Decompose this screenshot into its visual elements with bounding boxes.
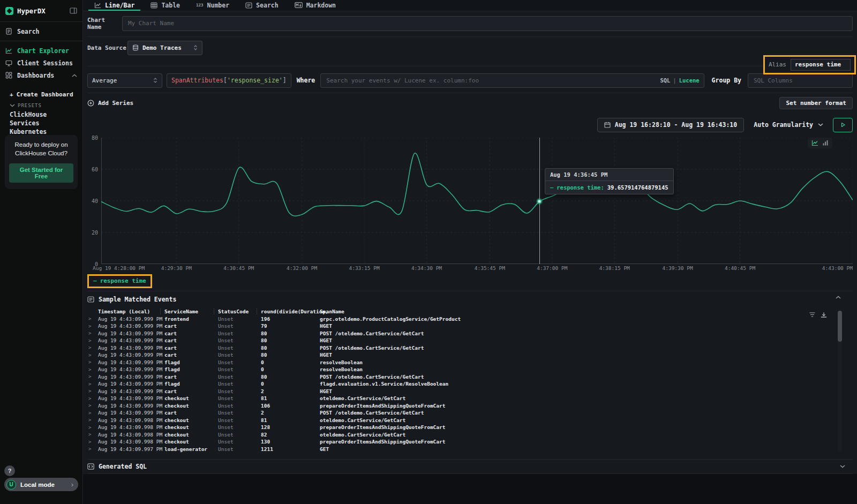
row-expand-chevron[interactable]: > (87, 367, 98, 372)
row-expand-chevron[interactable]: > (87, 388, 98, 394)
event-row[interactable]: >Aug 19 4:43:09.999 PMcartUnset2POST /ot… (87, 409, 853, 417)
event-status-code: Unset (218, 417, 261, 423)
row-expand-chevron[interactable]: > (87, 330, 98, 336)
tab-table[interactable]: Table (142, 0, 188, 11)
divider (87, 459, 853, 460)
event-row[interactable]: >Aug 19 4:43:09.998 PMcheckoutUnset128pr… (87, 424, 853, 431)
row-expand-chevron[interactable]: > (87, 403, 98, 408)
event-service-name: cart (164, 374, 218, 380)
divider (87, 36, 853, 37)
event-row[interactable]: >Aug 19 4:43:09.998 PMcheckoutUnset130pr… (87, 438, 853, 446)
row-expand-chevron[interactable]: > (87, 374, 98, 379)
events-title: Sample Matched Events (99, 296, 176, 303)
event-timestamp: Aug 19 4:43:09.999 PM (98, 395, 164, 401)
column-header[interactable]: ServiceName (160, 309, 218, 314)
get-started-button[interactable]: Get Started for Free (9, 163, 73, 183)
sidebar-item-search[interactable]: Search (0, 25, 82, 37)
row-expand-chevron[interactable]: > (87, 324, 98, 329)
aggregation-select[interactable]: Average (87, 73, 162, 88)
event-row[interactable]: >Aug 19 4:43:09.999 PMcartUnset80POST /o… (87, 344, 853, 352)
create-dashboard-button[interactable]: + Create Dashboard (10, 89, 82, 100)
column-header[interactable]: Timestamp (Local) (98, 309, 164, 314)
row-expand-chevron[interactable]: > (87, 446, 98, 452)
event-row[interactable]: >Aug 19 4:43:09.998 PMcheckoutUnset82ote… (87, 431, 853, 439)
preset-services[interactable]: Services (10, 119, 82, 127)
y-axis-labels: 806040200 (87, 138, 99, 264)
bar-chart-icon[interactable] (823, 140, 829, 146)
download-icon[interactable] (821, 312, 827, 318)
group-by-input[interactable] (748, 73, 853, 88)
tab-markdown[interactable]: Markdown (287, 0, 344, 11)
row-expand-chevron[interactable]: > (87, 338, 98, 343)
event-row[interactable]: >Aug 19 4:43:09.999 PMcartUnset80HGET (87, 337, 853, 344)
scrollbar-thumb[interactable] (838, 311, 842, 342)
alias-input[interactable] (791, 59, 851, 71)
row-expand-chevron[interactable]: > (87, 381, 98, 387)
data-source-select[interactable]: Demo Traces (127, 41, 202, 55)
granularity-select[interactable]: Auto Granularity (751, 121, 825, 129)
chart-name-input[interactable] (122, 16, 853, 31)
field-expression-input[interactable]: SpanAttributes['response_size'] (167, 73, 291, 88)
event-row[interactable]: >Aug 19 4:43:09.999 PMflagdUnset0resolve… (87, 359, 853, 366)
tab-number[interactable]: 123Number (188, 0, 237, 11)
event-row[interactable]: >Aug 19 4:43:09.999 PMcartUnset80POST /o… (87, 373, 853, 381)
play-icon (840, 122, 846, 127)
event-row[interactable]: >Aug 19 4:43:09.999 PMflagdUnset0resolve… (87, 366, 853, 373)
generated-sql-section[interactable]: Generated SQL (87, 461, 853, 472)
sql-toggle[interactable]: SQL (660, 77, 670, 84)
event-row[interactable]: >Aug 19 4:43:09.999 PMcartUnset79HGET (87, 322, 853, 330)
local-mode-button[interactable]: U Local mode › (4, 478, 78, 491)
chart-display-toggle[interactable] (808, 138, 832, 148)
column-header[interactable]: round(divide(Duration, (257, 309, 320, 314)
table-scrollbar[interactable] (838, 311, 842, 451)
tab-search[interactable]: Search (237, 0, 287, 11)
event-row[interactable]: >Aug 19 4:43:09.997 PMload-generatorUnse… (87, 446, 853, 453)
sidebar-item-chart-explorer[interactable]: Chart Explorer (0, 44, 82, 57)
time-series-chart[interactable]: 806040200 Aug 19 4:36:45 PM — response t… (87, 138, 853, 272)
row-expand-chevron[interactable]: > (87, 432, 98, 437)
row-expand-chevron[interactable]: > (87, 439, 98, 445)
row-expand-chevron[interactable]: > (87, 359, 98, 365)
legend-series-label[interactable]: response time (100, 277, 146, 284)
row-expand-chevron[interactable]: > (87, 417, 98, 423)
event-row[interactable]: >Aug 19 4:43:09.999 PMcheckoutUnset81ote… (87, 395, 853, 402)
column-header[interactable]: StatusCode (214, 309, 261, 314)
set-number-format-button[interactable]: Set number format (779, 97, 853, 109)
x-tick-label: Aug 19 4:28:00 PM (93, 265, 145, 271)
event-row[interactable]: >Aug 19 4:43:09.999 PMflagdUnset0flagd.e… (87, 380, 853, 388)
sidebar-item-dashboards[interactable]: Dashboards (0, 69, 82, 81)
event-row[interactable]: >Aug 19 4:43:09.999 PMcheckoutUnset106pr… (87, 402, 853, 410)
sidebar-item-client-sessions[interactable]: Client Sessions (0, 57, 82, 69)
sidebar-collapse-icon[interactable] (70, 7, 77, 14)
collapse-section-icon[interactable] (836, 296, 841, 299)
preset-clickhouse[interactable]: ClickHouse (10, 110, 82, 119)
row-expand-chevron[interactable]: > (87, 425, 98, 430)
event-duration: 80 (261, 374, 320, 380)
help-button[interactable]: ? (4, 465, 15, 476)
event-row[interactable]: >Aug 19 4:43:09.999 PMfrontendUnset196gr… (87, 315, 853, 323)
event-duration: 80 (261, 337, 320, 343)
row-expand-chevron[interactable]: > (87, 410, 98, 416)
event-duration: 81 (261, 395, 320, 401)
run-query-button[interactable] (833, 118, 853, 132)
event-row[interactable]: >Aug 19 4:43:09.999 PMcartUnset80POST /o… (87, 330, 853, 337)
event-duration: 79 (261, 323, 320, 329)
row-expand-chevron[interactable]: > (87, 345, 98, 350)
date-range-picker[interactable]: Aug 19 16:28:10 - Aug 19 16:43:10 (597, 118, 744, 132)
row-expand-chevron[interactable]: > (87, 396, 98, 401)
where-search-input[interactable] (320, 73, 704, 88)
column-filter-icon[interactable] (809, 312, 816, 318)
row-expand-chevron[interactable]: > (87, 352, 98, 358)
event-row[interactable]: >Aug 19 4:43:09.999 PMcartUnset2HGET (87, 388, 853, 395)
tab-line-bar[interactable]: Line/Bar (86, 0, 142, 11)
event-row[interactable]: >Aug 19 4:43:09.999 PMcartUnset80HGET (87, 351, 853, 359)
presets-toggle[interactable]: PRESETS (10, 101, 82, 110)
expand-section-icon[interactable] (840, 465, 845, 468)
lucene-toggle[interactable]: Lucene (679, 77, 700, 84)
row-expand-chevron[interactable]: > (87, 316, 98, 321)
add-series-button[interactable]: Add Series (87, 100, 133, 107)
line-chart-icon[interactable] (811, 140, 818, 146)
column-header[interactable]: SpanName (320, 309, 815, 314)
event-row[interactable]: >Aug 19 4:43:09.998 PMcheckoutUnset81ote… (87, 417, 853, 424)
event-span-name: POST /oteldemo.CartService/GetCart (320, 374, 815, 380)
